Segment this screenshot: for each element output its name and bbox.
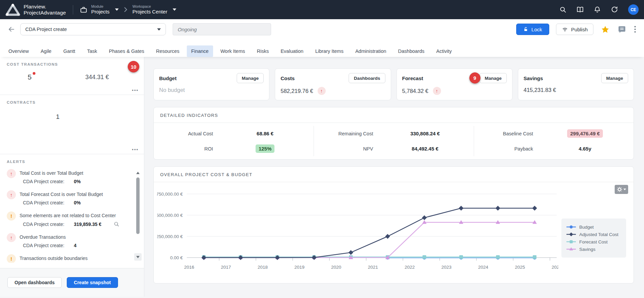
indicator-npv: NPV 84,492.45 € bbox=[314, 141, 473, 156]
finance-main: Budget Manage No budget Costs Dashboards… bbox=[144, 57, 644, 297]
card-value: 5,784.32 €↑ bbox=[402, 87, 507, 95]
indicator-roi: ROI 125% bbox=[154, 141, 314, 156]
kebab-menu-icon bbox=[634, 26, 636, 33]
alert-item: ↑Overdue TransactionsCDA Project create:… bbox=[7, 233, 125, 248]
refresh-icon[interactable] bbox=[611, 6, 618, 13]
alerts-scrollbar[interactable] bbox=[135, 172, 141, 261]
search-small-icon[interactable] bbox=[114, 221, 119, 227]
alert-up-icon: ↑ bbox=[7, 233, 16, 242]
divider bbox=[73, 5, 73, 14]
planview-logo[interactable]: Planview. ProjectAdvantage bbox=[5, 3, 66, 16]
legend-marker-icon bbox=[566, 239, 576, 244]
card-value: No budget bbox=[159, 87, 264, 93]
create-snapshot-button[interactable]: Create snapshot bbox=[67, 277, 118, 288]
card-costs: Costs Dashboards 582,219.76 €↑ bbox=[275, 68, 391, 100]
module-selector[interactable]: Module Projects bbox=[80, 4, 119, 15]
card-value: 582,219.76 €↑ bbox=[281, 87, 385, 95]
card-title: Costs bbox=[281, 75, 295, 81]
project-selector-dropdown[interactable]: CDA Project create bbox=[20, 23, 166, 35]
kebab-menu-button[interactable] bbox=[634, 25, 637, 33]
publish-signal-icon bbox=[562, 27, 568, 32]
bell-icon[interactable] bbox=[594, 6, 601, 13]
finance-sidebar: COST TRANSACTIONS 10 5 344.31 € ••• CONT… bbox=[0, 57, 144, 297]
legend-item-budget[interactable]: Budget bbox=[566, 223, 620, 231]
chevron-down-icon bbox=[115, 8, 119, 11]
manage-button[interactable]: Manage bbox=[601, 73, 628, 83]
svg-text:500,000.00 €: 500,000.00 € bbox=[157, 213, 183, 218]
contracts-count: 1 bbox=[56, 113, 137, 121]
tab-agile[interactable]: Agile bbox=[36, 45, 56, 57]
svg-text:2022: 2022 bbox=[405, 265, 415, 270]
indicator-actual-cost: Actual Cost 68.86 € bbox=[154, 126, 314, 141]
alert-up-icon: ↑ bbox=[7, 190, 16, 199]
manage-button[interactable]: Manage bbox=[479, 73, 506, 83]
tab-resources[interactable]: Resources bbox=[152, 45, 184, 57]
tab-finance[interactable]: Finance bbox=[187, 45, 213, 57]
cost-transactions-title: COST TRANSACTIONS bbox=[7, 62, 137, 66]
more-options-button[interactable]: ••• bbox=[132, 147, 139, 152]
card-value: 415,231.83 € bbox=[524, 87, 628, 93]
scroll-up-arrow-icon[interactable] bbox=[136, 172, 140, 174]
user-avatar[interactable]: CE bbox=[628, 4, 639, 15]
alerts-section: ALERTS ↑Total Cost is over Total BudgetC… bbox=[0, 154, 144, 268]
planview-triangle-icon bbox=[5, 3, 20, 16]
tab-work-items[interactable]: Work Items bbox=[216, 45, 250, 57]
tab-administration[interactable]: Administration bbox=[351, 45, 391, 57]
favorite-star-button[interactable] bbox=[600, 25, 610, 34]
legend-item-forecast-cost[interactable]: Forecast Cost bbox=[566, 238, 620, 245]
scrollbar-thumb[interactable] bbox=[136, 177, 140, 234]
back-arrow-icon[interactable] bbox=[7, 25, 16, 33]
dashboards-button[interactable]: Dashboards bbox=[349, 73, 385, 83]
alert-item: ↑Total Cost is over Total BudgetCDA Proj… bbox=[7, 169, 125, 184]
legend-marker-icon bbox=[566, 232, 576, 237]
contracts-section: CONTRACTS 1 ••• bbox=[0, 95, 144, 154]
sidebar-footer: Open dashboards Create snapshot bbox=[0, 268, 144, 297]
chevron-down-icon bbox=[157, 28, 161, 31]
detailed-indicators-title: DETAILED INDICATORS bbox=[154, 107, 634, 123]
tab-overview[interactable]: Overview bbox=[4, 45, 33, 57]
manage-button[interactable]: Manage bbox=[237, 73, 264, 83]
alerts-title: ALERTS bbox=[7, 160, 137, 164]
trend-up-icon: ↑ bbox=[318, 87, 326, 95]
chevron-right-icon bbox=[124, 7, 127, 12]
workspace-value: Projects Center bbox=[133, 9, 167, 15]
comments-button[interactable] bbox=[617, 25, 627, 34]
tab-risks[interactable]: Risks bbox=[253, 45, 273, 57]
lock-button[interactable]: Lock bbox=[516, 24, 549, 35]
cost-budget-chart: 0.00 €250,000.00 €500,000.00 €750,000.00… bbox=[157, 186, 558, 273]
workspace-selector[interactable]: Workspace Projects Center bbox=[133, 4, 176, 15]
svg-text:2023: 2023 bbox=[441, 265, 451, 270]
book-icon[interactable] bbox=[577, 6, 584, 13]
tab-task[interactable]: Task bbox=[83, 45, 101, 57]
legend-item-savings[interactable]: Savings bbox=[566, 245, 620, 253]
alert-warning-icon: ! bbox=[7, 254, 16, 263]
cost-transactions-amount: 344.31 € bbox=[85, 74, 109, 81]
tab-gantt[interactable]: Gantt bbox=[59, 45, 80, 57]
svg-text:250,000.00 €: 250,000.00 € bbox=[157, 234, 183, 239]
tab-dashboards[interactable]: Dashboards bbox=[394, 45, 429, 57]
tab-activity[interactable]: Activity bbox=[432, 45, 456, 57]
card-title: Budget bbox=[159, 75, 177, 81]
open-dashboards-button[interactable]: Open dashboards bbox=[7, 277, 62, 288]
tab-library-items[interactable]: Library Items bbox=[311, 45, 348, 57]
chart-settings-button[interactable] bbox=[615, 185, 628, 194]
cost-transactions-badge[interactable]: 10 bbox=[128, 61, 139, 72]
svg-text:2019: 2019 bbox=[294, 265, 304, 270]
chart-title: OVERALL PROJECT COST & BUDGET bbox=[154, 167, 634, 182]
scroll-down-arrow-icon[interactable] bbox=[134, 253, 142, 261]
forecast-alert-badge[interactable]: 9 bbox=[469, 72, 480, 84]
module-label: Module bbox=[91, 4, 110, 9]
status-field[interactable]: Ongoing bbox=[173, 23, 271, 35]
tab-evaluation[interactable]: Evaluation bbox=[276, 45, 308, 57]
workspace-label: Workspace bbox=[133, 4, 167, 9]
search-icon[interactable] bbox=[559, 6, 566, 13]
indicator-baseline-cost: Baseline Cost 299,476.49 € bbox=[474, 126, 634, 141]
top-bar: Planview. ProjectAdvantage Module Projec… bbox=[0, 0, 644, 19]
more-options-button[interactable]: ••• bbox=[132, 88, 139, 93]
alert-warning-icon: ! bbox=[7, 211, 16, 221]
publish-button[interactable]: Publish bbox=[556, 24, 593, 35]
tab-phases-gates[interactable]: Phases & Gates bbox=[105, 45, 149, 57]
chevron-down-icon bbox=[173, 8, 176, 11]
legend-item-adjusted-total-cost[interactable]: Adjusted Total Cost bbox=[566, 231, 620, 238]
module-value: Projects bbox=[91, 9, 110, 15]
